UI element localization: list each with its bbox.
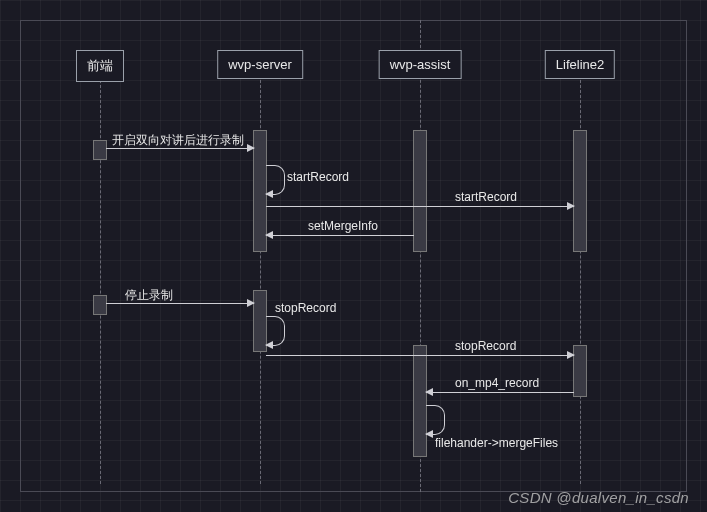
participant-frontend: 前端 <box>76 50 124 82</box>
activation-wvp-assist-1 <box>413 130 427 252</box>
participant-wvp-server: wvp-server <box>217 50 303 79</box>
label-stop-record-self: stopRecord <box>275 301 336 315</box>
arrow-stop-record <box>266 355 574 356</box>
selfcall-start-record <box>266 165 285 195</box>
label-start-record-self: startRecord <box>287 170 349 184</box>
label-start-record-to-lifeline2: startRecord <box>455 190 517 204</box>
arrow-on-mp4-record <box>426 392 574 393</box>
label-merge-files: filehander->mergeFiles <box>435 436 558 450</box>
label-on-mp4-record: on_mp4_record <box>455 376 539 390</box>
participant-lifeline2: Lifeline2 <box>545 50 615 79</box>
selfcall-stop-record <box>266 316 285 346</box>
activation-frontend-1 <box>93 140 107 160</box>
arrow-start-record <box>266 206 574 207</box>
label-stop-broadcast: 停止录制 <box>125 287 173 304</box>
activation-wvp-assist-2 <box>413 345 427 457</box>
activation-lifeline2-1 <box>573 130 587 252</box>
activation-frontend-2 <box>93 295 107 315</box>
sequence-diagram: 前端 wvp-server wvp-assist Lifeline2 开启双向对… <box>0 0 707 512</box>
watermark: CSDN @dualven_in_csdn <box>508 489 689 506</box>
participant-wvp-assist: wvp-assist <box>379 50 462 79</box>
label-set-merge-info: setMergeInfo <box>308 219 378 233</box>
label-start-broadcast: 开启双向对讲后进行录制 <box>112 132 244 149</box>
activation-lifeline2-2 <box>573 345 587 397</box>
label-stop-record-to-lifeline2: stopRecord <box>455 339 516 353</box>
arrow-set-merge-info <box>266 235 414 236</box>
selfcall-merge-files <box>426 405 445 435</box>
